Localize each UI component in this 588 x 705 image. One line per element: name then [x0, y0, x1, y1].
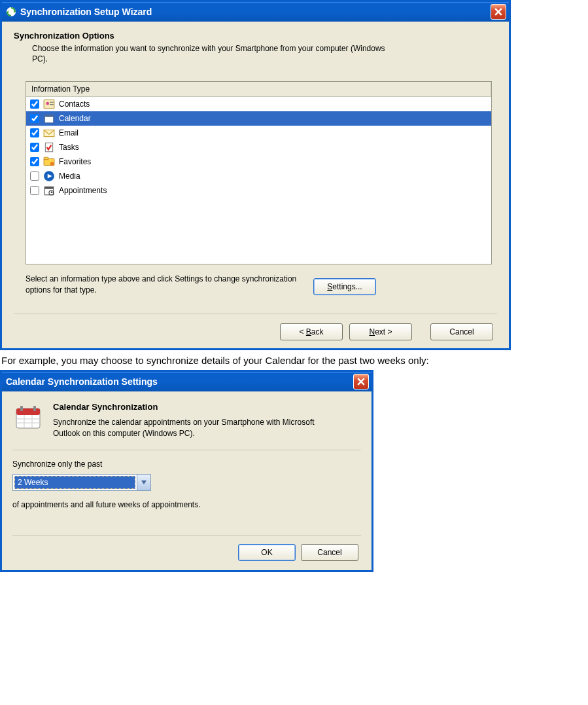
sync-past-label: Synchronize only the past — [12, 460, 361, 469]
media-icon — [43, 170, 55, 182]
sync-app-icon — [6, 7, 16, 17]
calendar-icon — [43, 113, 55, 124]
item-label: Media — [59, 172, 80, 181]
list-item[interactable]: Contacts — [26, 97, 491, 111]
item-checkbox[interactable] — [30, 99, 39, 109]
dialog-heading: Calendar Synchronization — [53, 402, 341, 412]
svg-point-2 — [46, 102, 50, 105]
svg-rect-3 — [50, 102, 54, 103]
next-button[interactable]: Next > — [349, 323, 412, 340]
item-checkbox[interactable] — [30, 172, 39, 181]
svg-rect-18 — [20, 406, 23, 411]
settings-button[interactable]: Settings... — [313, 278, 376, 295]
svg-rect-19 — [33, 406, 36, 411]
page-heading: Synchronization Options — [14, 31, 497, 41]
cancel-button[interactable]: Cancel — [430, 323, 493, 340]
item-label: Email — [59, 128, 78, 137]
calendar-large-icon — [12, 402, 44, 433]
back-button[interactable]: < Back — [280, 323, 343, 340]
list-item[interactable]: Tasks — [26, 140, 491, 154]
item-checkbox[interactable] — [30, 114, 39, 123]
list-item[interactable]: Email — [26, 126, 491, 140]
email-icon — [43, 127, 55, 139]
item-label: Appointments — [59, 186, 107, 195]
svg-point-11 — [50, 162, 54, 166]
svg-rect-10 — [44, 158, 48, 160]
cancel-button[interactable]: Cancel — [301, 544, 358, 561]
wizard-footer: < Back Next > Cancel — [14, 314, 497, 340]
list-item[interactable]: Appointments — [26, 183, 491, 198]
select-dropdown-button[interactable] — [137, 475, 150, 490]
list-column-header[interactable]: Information Type — [26, 82, 491, 97]
appointments-icon — [43, 185, 55, 196]
window-title: Synchronization Setup Wizard — [20, 7, 491, 17]
svg-rect-14 — [44, 187, 54, 189]
item-checkbox[interactable] — [30, 143, 39, 152]
divider — [12, 450, 361, 450]
dialog-footer: OK Cancel — [12, 535, 361, 564]
dialog-description: Synchronize the calendar appointments on… — [53, 417, 341, 439]
after-select-text: of appointments and all future weeks of … — [12, 500, 361, 509]
select-value: 2 Weeks — [14, 476, 135, 489]
list-item[interactable]: Calendar — [26, 111, 491, 126]
list-item[interactable]: Media — [26, 169, 491, 183]
item-label: Favorites — [59, 157, 91, 166]
svg-rect-4 — [50, 104, 54, 105]
close-icon — [357, 378, 365, 386]
list-item[interactable]: Favorites — [26, 154, 491, 169]
item-checkbox[interactable] — [30, 186, 39, 195]
item-label: Calendar — [59, 114, 91, 123]
contacts-icon — [43, 98, 55, 110]
svg-rect-17 — [16, 408, 40, 415]
item-checkbox[interactable] — [30, 157, 39, 166]
sync-wizard-window: Synchronization Setup Wizard Synchroniza… — [0, 0, 511, 350]
titlebar[interactable]: Calendar Synchronization Settings — [2, 372, 372, 391]
svg-rect-6 — [44, 115, 54, 117]
wizard-body: Synchronization Options Choose the infor… — [2, 22, 509, 348]
close-button[interactable] — [353, 374, 369, 389]
close-button[interactable] — [491, 4, 506, 20]
dialog-body: Calendar Synchronization Synchronize the… — [2, 391, 372, 570]
calendar-settings-window: Calendar Synchronization Settings Cal — [0, 370, 373, 572]
tasks-icon — [43, 141, 55, 153]
item-label: Tasks — [59, 143, 79, 152]
titlebar[interactable]: Synchronization Setup Wizard — [2, 2, 509, 22]
item-label: Contacts — [59, 99, 90, 109]
item-checkbox[interactable] — [30, 128, 39, 137]
favorites-icon — [43, 156, 55, 168]
info-type-list[interactable]: Information Type ContactsCalendarEmailTa… — [26, 81, 492, 264]
ok-button[interactable]: OK — [238, 544, 296, 561]
close-icon — [494, 8, 502, 16]
settings-hint-text: Select an information type above and cli… — [26, 274, 307, 295]
document-paragraph: For example, you may choose to synchroni… — [0, 350, 585, 370]
window-title: Calendar Synchronization Settings — [6, 376, 353, 387]
past-duration-select[interactable]: 2 Weeks — [12, 474, 151, 491]
chevron-down-icon — [141, 480, 147, 484]
page-subheading: Choose the information you want to synch… — [32, 43, 398, 64]
